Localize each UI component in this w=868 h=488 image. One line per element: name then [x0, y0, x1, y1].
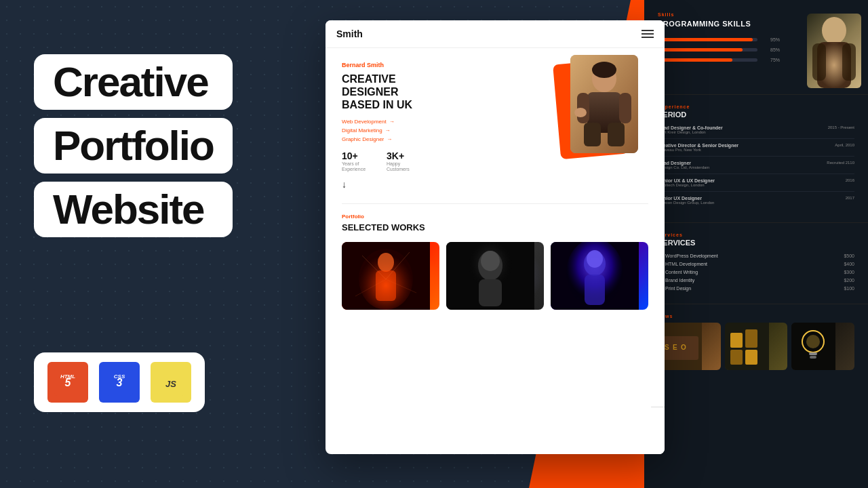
skills-section-top: Skills PROGRAMMING SKILLS 95% 85% 75% [644, 0, 868, 95]
news-card-bulb [791, 323, 854, 370]
badge-creative: Creative [34, 54, 233, 110]
html-icon: 5 HTML [47, 362, 88, 403]
exp-company: Start Kreir Design, London [658, 130, 723, 134]
skill-fill [658, 38, 753, 41]
badge-text-portfolio: Portfolio [53, 122, 214, 169]
js-icon: JS [151, 362, 191, 403]
svg-rect-32 [584, 123, 601, 146]
exp-row: Creative Director & Senior Designer Nouv… [658, 143, 854, 157]
svg-rect-2 [812, 43, 826, 81]
stat-experience: 10+ Years of Experience [342, 150, 376, 173]
bottom-preview: Skills PROGRAMMING SKILLS For more than … [651, 407, 665, 455]
svg-rect-11 [745, 329, 757, 348]
exp-role: Creative Director & Senior Designer [658, 143, 738, 148]
work-item-1[interactable] [342, 242, 439, 310]
badge-portfolio: Portfolio [34, 118, 233, 174]
svg-text:S: S [665, 344, 669, 351]
portfolio-label: Portfolio [342, 214, 648, 220]
svg-text:HTML: HTML [60, 373, 75, 380]
link-graphic[interactable]: Graphic Designer [342, 136, 560, 142]
svc-title: SERVICES [658, 239, 854, 247]
exp-company: Adesign Co. Ltd, Amsterdam [658, 165, 709, 169]
exp-company: Nouveau Pro, New York [658, 148, 738, 152]
news-cards: S E O [658, 323, 854, 370]
exp-date: Recruited 2110 [827, 161, 854, 169]
badge-text-creative: Creative [53, 58, 208, 105]
exp-date: 2017 [846, 196, 854, 205]
exp-row: Junior UX Designer Sylvoon Design Group,… [658, 196, 854, 209]
hero-stats: 10+ Years of Experience 3K+ Happy Custom… [342, 150, 560, 173]
exp-company: Sylvoon Design Group, London [658, 201, 714, 205]
exp-date: April, 2010 [835, 143, 854, 152]
news-section: News S E O [644, 304, 868, 380]
exp-role: Junior UX Designer [658, 196, 714, 201]
svc-row: HTML Development $400 [658, 262, 854, 266]
hero-links: Web Development Digital Marketing Graphi… [342, 119, 560, 142]
hero-title: CREATIVE DESIGNER BASED IN UK [342, 73, 450, 112]
css-icon: 3 CSS [99, 362, 140, 403]
svg-point-16 [806, 335, 820, 348]
svg-point-48 [481, 251, 500, 271]
skill-fill [658, 48, 743, 52]
work-item-3[interactable] [551, 242, 648, 310]
svg-rect-18 [809, 352, 817, 355]
exp-role: Head Designer & Co-founder [658, 125, 723, 130]
exp-row: Head Designer & Co-founder Start Kreir D… [658, 125, 854, 139]
stat-customers: 3K+ Happy Customers [387, 150, 420, 173]
hamburger-line [642, 33, 654, 35]
services-section: Services SERVICES WordPress Development … [644, 223, 868, 304]
hamburger-line [642, 30, 654, 31]
news-card-wood: S E O [658, 323, 721, 370]
works-grid [342, 242, 648, 310]
portfolio-section: Portfolio SELECTED WORKS [342, 203, 648, 310]
exp-role: Head Designer [658, 161, 709, 165]
stat-num: 3K+ [387, 150, 420, 161]
svg-rect-33 [608, 123, 625, 146]
exp-date: 2015 - Present [828, 125, 854, 134]
skill-pct: 75% [763, 58, 780, 62]
stat-num: 10+ [342, 150, 376, 161]
svg-rect-12 [730, 350, 743, 365]
skill-pct: 85% [763, 47, 780, 52]
work-item-2[interactable] [446, 242, 544, 310]
browser-logo: Smith [336, 28, 363, 39]
svg-point-0 [822, 17, 846, 44]
svg-text:O: O [681, 344, 686, 351]
svg-text:CSS: CSS [114, 373, 125, 380]
skill-track [658, 38, 757, 41]
svg-rect-35 [619, 93, 631, 123]
news-card-seo [725, 323, 788, 370]
svc-price: $100 [844, 286, 854, 291]
svc-price: $400 [844, 262, 854, 266]
experience-section: Experience PERIOD Head Designer & Co-fou… [644, 95, 868, 223]
exp-label: Experience [658, 104, 854, 109]
skill-row-html: 95% [658, 37, 780, 42]
left-content: Creative Portfolio Website [34, 54, 233, 237]
svc-name: WordPress Development [658, 253, 718, 258]
exp-company: Wooltech Design, London [658, 183, 715, 187]
svg-rect-49 [479, 279, 502, 306]
browser-header: Smith [326, 20, 665, 48]
skill-row-js: 85% [658, 47, 780, 52]
link-webdev[interactable]: Web Development [342, 119, 560, 125]
svc-price: $500 [844, 253, 854, 258]
exp-role: Senior UX & UX Designer [658, 178, 715, 183]
skill-row-php: 75% [658, 58, 780, 62]
svc-row: Print Design $100 [658, 286, 854, 291]
hamburger-line [642, 37, 654, 38]
hamburger-menu[interactable] [642, 30, 654, 38]
svg-rect-10 [730, 333, 743, 348]
scroll-arrow[interactable]: ↓ [342, 179, 560, 190]
svg-point-30 [592, 62, 616, 78]
hero-left: Bernard Smith CREATIVE DESIGNER BASED IN… [342, 62, 560, 190]
exp-row: Senior UX & UX Designer Wooltech Design,… [658, 178, 854, 192]
svg-rect-40 [376, 270, 396, 301]
hero-section: Bernard Smith CREATIVE DESIGNER BASED IN… [342, 62, 648, 190]
person-photo-right [807, 14, 861, 88]
skill-track [658, 48, 757, 52]
svc-row: WordPress Development $500 [658, 253, 854, 258]
photo-card [570, 55, 638, 153]
link-digital[interactable]: Digital Marketing [342, 127, 560, 134]
browser-mockup: Smith Bernard Smith CREATIVE DESIGNER BA… [326, 20, 665, 454]
svc-row: Brand Identity $200 [658, 278, 854, 283]
